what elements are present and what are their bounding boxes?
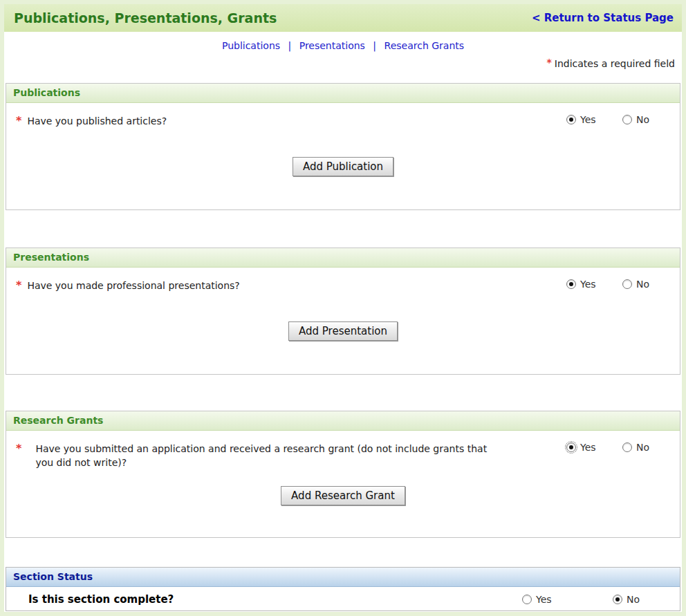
presentations-no-option[interactable]: No (622, 279, 649, 290)
radio-yes-icon[interactable] (522, 595, 532, 604)
section-status-question-row: Is this section complete? Yes No (6, 587, 680, 606)
nav-link-research-grants[interactable]: Research Grants (384, 40, 465, 51)
required-asterisk: * (16, 114, 21, 127)
research-grants-no-option[interactable]: No (622, 442, 649, 453)
no-label: No (636, 442, 649, 453)
presentations-question-row: * Have you made professional presentatio… (16, 279, 670, 292)
page: Publications, Presentations, Grants < Re… (4, 4, 682, 612)
required-field-note: *Indicates a required field (4, 58, 682, 72)
publications-no-option[interactable]: No (622, 114, 649, 125)
status-yes-option[interactable]: Yes (522, 594, 552, 605)
radio-yes-icon[interactable] (566, 279, 576, 289)
presentations-radio-group: Yes No (566, 279, 649, 290)
presentations-section-title: Presentations (6, 248, 680, 268)
presentations-question: Have you made professional presentations… (27, 279, 566, 292)
radio-no-icon[interactable] (622, 442, 632, 452)
required-note-text: Indicates a required field (555, 58, 675, 69)
nav-link-publications[interactable]: Publications (222, 40, 280, 51)
section-nav: Publications | Presentations | Research … (4, 40, 682, 54)
presentations-button-row: Add Presentation (16, 321, 670, 341)
radio-yes-icon[interactable] (566, 442, 576, 452)
research-grants-section-body: * Have you submitted an application and … (6, 442, 680, 505)
add-research-grant-button[interactable]: Add Research Grant (281, 486, 405, 505)
radio-no-icon[interactable] (622, 279, 632, 289)
yes-label: Yes (580, 442, 596, 453)
no-label: No (636, 114, 649, 125)
status-no-option[interactable]: No (613, 594, 640, 605)
required-asterisk: * (546, 57, 551, 68)
publications-yes-option[interactable]: Yes (566, 114, 596, 125)
page-header: Publications, Presentations, Grants < Re… (4, 4, 682, 32)
publications-button-row: Add Publication (16, 157, 670, 176)
add-presentation-button[interactable]: Add Presentation (288, 321, 398, 341)
presentations-section-body: * Have you made professional presentatio… (6, 279, 680, 341)
required-asterisk: * (16, 279, 21, 292)
yes-label: Yes (580, 114, 596, 125)
no-label: No (636, 279, 649, 290)
section-status-radio-group: Yes No (522, 594, 640, 605)
publications-section-title: Publications (6, 84, 680, 103)
radio-yes-icon[interactable] (566, 115, 576, 124)
research-grants-question-row: * Have you submitted an application and … (16, 442, 670, 469)
nav-separator: | (373, 40, 376, 51)
section-status-title: Section Status (6, 568, 680, 587)
publications-section: Publications * Have you published articl… (6, 83, 680, 210)
radio-no-icon[interactable] (622, 115, 632, 124)
research-grants-button-row: Add Research Grant (16, 486, 670, 505)
presentations-section: Presentations * Have you made profession… (6, 248, 680, 375)
research-grants-yes-option[interactable]: Yes (566, 442, 596, 453)
yes-label: Yes (580, 279, 596, 290)
yes-label: Yes (536, 594, 552, 605)
section-status-box: Section Status Is this section complete?… (6, 567, 680, 611)
research-grants-section-title: Research Grants (6, 411, 680, 431)
publications-radio-group: Yes No (566, 114, 649, 125)
no-label: No (627, 594, 640, 605)
add-publication-button[interactable]: Add Publication (293, 157, 393, 176)
page-title: Publications, Presentations, Grants (14, 10, 277, 26)
radio-no-icon[interactable] (613, 595, 622, 604)
nav-link-presentations[interactable]: Presentations (299, 40, 365, 51)
nav-separator: | (288, 40, 292, 51)
publications-question-row: * Have you published articles? Yes No (16, 114, 670, 128)
research-grants-radio-group: Yes No (566, 442, 649, 453)
return-to-status-link[interactable]: < Return to Status Page (532, 12, 674, 24)
required-asterisk: * (16, 442, 21, 455)
publications-section-body: * Have you published articles? Yes No Ad… (6, 114, 680, 176)
research-grants-question: Have you submitted an application and re… (35, 442, 492, 469)
section-status-question: Is this section complete? (28, 593, 522, 606)
presentations-yes-option[interactable]: Yes (566, 279, 596, 290)
publications-question: Have you published articles? (27, 114, 566, 128)
research-grants-section: Research Grants * Have you submitted an … (6, 411, 680, 538)
